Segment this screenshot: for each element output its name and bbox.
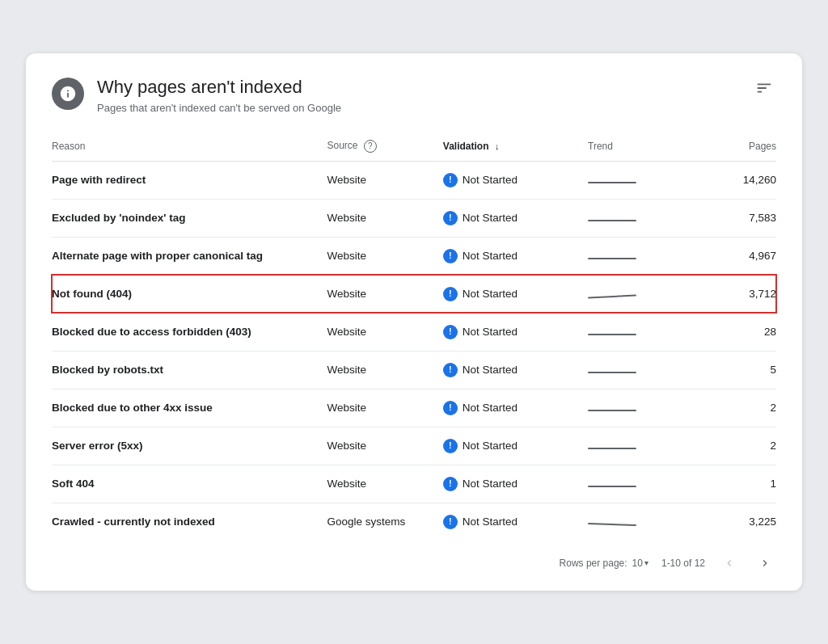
header-text: Why pages aren't indexed Pages that aren… — [97, 76, 341, 114]
validation-status: Not Started — [463, 516, 518, 528]
cell-pages: 2 — [696, 427, 776, 465]
source-help-icon[interactable]: ? — [364, 140, 377, 153]
col-reason: Reason — [52, 133, 327, 162]
validation-status: Not Started — [463, 288, 518, 300]
validation-status: Not Started — [463, 250, 518, 262]
cell-validation: !Not Started — [443, 237, 588, 275]
cell-reason: Page with redirect — [52, 161, 327, 199]
table-row[interactable]: Crawled - currently not indexedGoogle sy… — [52, 503, 776, 541]
cell-trend — [588, 199, 696, 237]
chevron-down-icon: ▾ — [644, 558, 648, 567]
cell-reason: Excluded by 'noindex' tag — [52, 199, 327, 237]
table-row[interactable]: Server error (5xx)Website!Not Started2 — [52, 427, 776, 465]
index-table: Reason Source ? Validation ↓ Trend Pages — [52, 133, 776, 541]
cell-validation: !Not Started — [443, 313, 588, 351]
validation-exclamation-icon: ! — [443, 363, 458, 377]
validation-exclamation-icon: ! — [443, 325, 458, 339]
cell-source: Website — [327, 389, 442, 427]
table-row[interactable]: Blocked due to access forbidden (403)Web… — [52, 313, 776, 351]
cell-pages: 28 — [696, 313, 776, 351]
cell-validation: !Not Started — [443, 427, 588, 465]
cell-trend — [588, 465, 696, 503]
filter-button[interactable] — [752, 76, 776, 103]
cell-pages: 4,967 — [696, 237, 776, 275]
table-row[interactable]: Page with redirectWebsite!Not Started14,… — [52, 161, 776, 199]
rows-per-page-value: 10 — [632, 558, 643, 569]
cell-trend — [588, 275, 696, 313]
validation-status: Not Started — [463, 174, 518, 186]
cell-pages: 2 — [696, 389, 776, 427]
sort-arrow-icon: ↓ — [495, 141, 500, 151]
cell-trend — [588, 427, 696, 465]
validation-status: Not Started — [463, 478, 518, 490]
next-page-button[interactable] — [754, 552, 776, 575]
col-pages: Pages — [696, 133, 776, 162]
cell-pages: 3,225 — [696, 503, 776, 541]
trend-line — [588, 448, 636, 449]
col-source: Source ? — [327, 133, 442, 162]
trend-line — [588, 258, 636, 259]
validation-exclamation-icon: ! — [443, 477, 458, 491]
validation-status: Not Started — [463, 212, 518, 224]
cell-trend — [588, 237, 696, 275]
rows-per-page-dropdown[interactable]: 10 ▾ — [632, 558, 648, 569]
cell-pages: 7,583 — [696, 199, 776, 237]
table-row[interactable]: Not found (404)Website!Not Started3,712 — [52, 275, 776, 313]
cell-trend — [588, 503, 696, 541]
main-card: Why pages aren't indexed Pages that aren… — [26, 53, 802, 591]
page-title: Why pages aren't indexed — [97, 76, 341, 99]
card-header: Why pages aren't indexed Pages that aren… — [52, 76, 776, 114]
validation-status: Not Started — [463, 440, 518, 452]
validation-exclamation-icon: ! — [443, 211, 458, 225]
trend-line — [588, 220, 636, 221]
cell-trend — [588, 389, 696, 427]
cell-trend — [588, 313, 696, 351]
cell-reason: Soft 404 — [52, 465, 327, 503]
trend-line — [588, 334, 636, 335]
cell-source: Website — [327, 351, 442, 389]
header-left: Why pages aren't indexed Pages that aren… — [52, 76, 341, 114]
table-row[interactable]: Alternate page with proper canonical tag… — [52, 237, 776, 275]
validation-exclamation-icon: ! — [443, 287, 458, 301]
cell-source: Website — [327, 237, 442, 275]
cell-reason: Blocked due to other 4xx issue — [52, 389, 327, 427]
cell-pages: 5 — [696, 351, 776, 389]
col-validation[interactable]: Validation ↓ — [443, 133, 588, 162]
cell-validation: !Not Started — [443, 465, 588, 503]
cell-source: Website — [327, 161, 442, 199]
cell-reason: Not found (404) — [52, 275, 327, 313]
validation-exclamation-icon: ! — [443, 439, 458, 453]
table-row[interactable]: Excluded by 'noindex' tagWebsite!Not Sta… — [52, 199, 776, 237]
validation-status: Not Started — [463, 364, 518, 376]
cell-trend — [588, 161, 696, 199]
table-row[interactable]: Soft 404Website!Not Started1 — [52, 465, 776, 503]
trend-line — [588, 523, 636, 526]
table-row[interactable]: Blocked due to other 4xx issueWebsite!No… — [52, 389, 776, 427]
page-info: 1-10 of 12 — [661, 558, 705, 569]
cell-pages: 3,712 — [696, 275, 776, 313]
cell-reason: Server error (5xx) — [52, 427, 327, 465]
cell-source: Website — [327, 313, 442, 351]
trend-line — [588, 295, 636, 299]
cell-validation: !Not Started — [443, 275, 588, 313]
cell-source: Google systems — [327, 503, 442, 541]
cell-reason: Crawled - currently not indexed — [52, 503, 327, 541]
table-row[interactable]: Blocked by robots.txtWebsite!Not Started… — [52, 351, 776, 389]
cell-reason: Blocked by robots.txt — [52, 351, 327, 389]
cell-validation: !Not Started — [443, 503, 588, 541]
cell-validation: !Not Started — [443, 389, 588, 427]
col-trend: Trend — [588, 133, 696, 162]
cell-source: Website — [327, 465, 442, 503]
trend-line — [588, 182, 636, 183]
prev-page-button[interactable] — [718, 552, 741, 575]
cell-trend — [588, 351, 696, 389]
validation-exclamation-icon: ! — [443, 515, 458, 529]
cell-reason: Blocked due to access forbidden (403) — [52, 313, 327, 351]
cell-pages: 14,260 — [696, 161, 776, 199]
trend-line — [588, 410, 636, 411]
cell-validation: !Not Started — [443, 199, 588, 237]
table-footer: Rows per page: 10 ▾ 1-10 of 12 — [52, 541, 776, 575]
page-subtitle: Pages that aren't indexed can't be serve… — [97, 102, 341, 114]
rows-per-page: Rows per page: 10 ▾ — [560, 558, 648, 569]
cell-source: Website — [327, 427, 442, 465]
